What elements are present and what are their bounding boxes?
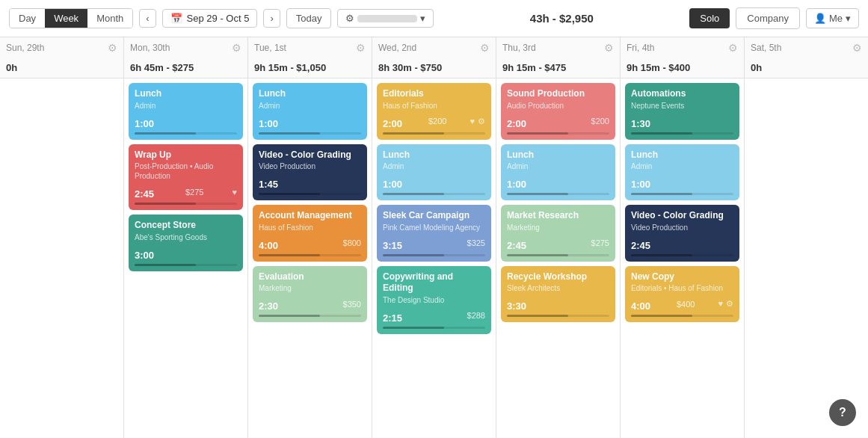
event-card-2-3[interactable]: EvaluationMarketing2:30$350 [253, 266, 367, 323]
event-amount-2-2: $800 [343, 238, 361, 247]
event-card-2-1[interactable]: Video - Color GradingVideo Production1:4… [253, 144, 367, 201]
event-scrollbar-thumb-4-1 [507, 193, 568, 195]
event-scrollbar-3-2 [383, 254, 485, 256]
day-header-top-2: Tue, 1st⚙ [254, 42, 366, 54]
event-footer-4-1: 1:00 [507, 174, 609, 190]
event-subtitle-2-1: Video Production [259, 161, 361, 171]
event-title-1-1: Wrap Up [135, 149, 237, 161]
filter-button[interactable]: ⚙ ▾ [337, 9, 434, 28]
day-name-3: Wed, 2nd [378, 43, 416, 53]
next-nav-button[interactable]: › [263, 9, 280, 28]
event-card-4-0[interactable]: Sound ProductionAudio Production2:00$200 [501, 83, 615, 140]
company-button[interactable]: Company [736, 7, 800, 29]
event-title-2-0: Lunch [259, 88, 361, 100]
event-scrollbar-4-3 [507, 315, 609, 317]
event-time-1-1: 2:45 [135, 188, 154, 200]
event-scrollbar-3-1 [383, 193, 485, 195]
event-footer-4-0: 2:00$200 [507, 114, 609, 129]
week-view-button[interactable]: Week [45, 9, 87, 28]
event-scrollbar-5-3 [631, 315, 733, 317]
day-events-3: EditorialsHaus of Fashion2:00$200♥⚙Lunch… [372, 78, 496, 438]
event-scrollbar-1-0 [135, 132, 237, 135]
event-time-5-0: 1:30 [631, 118, 650, 129]
event-card-5-3[interactable]: New CopyEditorials • Haus of Fashion4:00… [625, 266, 739, 323]
event-subtitle-5-0: Neptune Events [631, 101, 733, 111]
day-name-1: Mon, 30th [130, 43, 170, 53]
day-settings-icon-5[interactable]: ⚙ [728, 42, 738, 54]
day-settings-icon-0[interactable]: ⚙ [108, 42, 117, 54]
event-card-5-1[interactable]: LunchAdmin1:00 [625, 144, 739, 201]
event-footer-5-1: 1:00 [631, 174, 733, 190]
event-card-2-0[interactable]: LunchAdmin1:00 [253, 83, 367, 140]
event-card-5-0[interactable]: AutomationsNeptune Events1:30 [625, 83, 739, 140]
day-col-6: Sat, 5th⚙0h [745, 37, 868, 438]
event-footer-3-1: 1:00 [383, 174, 485, 190]
today-button[interactable]: Today [286, 8, 332, 28]
event-title-3-2: Sleek Car Campaign [383, 210, 485, 222]
event-card-1-0[interactable]: LunchAdmin1:00 [129, 83, 243, 140]
event-time-3-3: 2:15 [383, 312, 402, 324]
event-scrollbar-2-1 [259, 193, 361, 195]
day-settings-icon-4[interactable]: ⚙ [604, 42, 614, 54]
event-scrollbar-5-2 [631, 254, 733, 256]
event-time-4-3: 3:30 [507, 300, 526, 312]
event-scrollbar-4-0 [507, 132, 609, 135]
event-scrollbar-thumb-2-3 [259, 315, 320, 317]
event-title-5-0: Automations [631, 88, 733, 100]
month-view-button[interactable]: Month [87, 9, 132, 28]
event-card-4-2[interactable]: Market ResearchMarketing2:45$275 [501, 205, 615, 262]
me-label: Me [829, 13, 843, 24]
event-card-3-2[interactable]: Sleek Car CampaignPink Camel Modeling Ag… [377, 205, 491, 262]
event-scrollbar-thumb-4-2 [507, 254, 568, 256]
event-amount-2-3: $350 [343, 300, 361, 309]
filter-arrow-icon: ▾ [420, 13, 425, 24]
event-subtitle-5-1: Admin [631, 161, 733, 171]
event-card-1-2[interactable]: Concept StoreAbe's Sporting Goods3:00 [129, 215, 243, 271]
event-card-3-3[interactable]: Copywriting and EditingThe Design Studio… [377, 266, 491, 334]
help-button[interactable]: ? [829, 399, 856, 426]
day-header-0: Sun, 29th⚙0h [0, 37, 123, 78]
event-amount-1-1: $275 [185, 188, 203, 197]
event-scrollbar-thumb-5-3 [631, 315, 692, 317]
day-settings-icon-6[interactable]: ⚙ [852, 42, 862, 54]
event-scrollbar-2-3 [259, 315, 361, 317]
event-card-2-2[interactable]: Account ManagementHaus of Fashion4:00$80… [253, 205, 367, 262]
event-card-3-0[interactable]: EditorialsHaus of Fashion2:00$200♥⚙ [377, 83, 491, 140]
event-subtitle-2-3: Marketing [259, 283, 361, 293]
event-title-3-3: Copywriting and Editing [383, 271, 485, 294]
event-subtitle-5-2: Video Production [631, 223, 733, 232]
prev-nav-button[interactable]: ‹ [139, 9, 156, 28]
day-settings-icon-1[interactable]: ⚙ [232, 42, 241, 54]
event-footer-1-1: 2:45$275♥ [135, 184, 237, 200]
solo-button[interactable]: Solo [689, 8, 730, 28]
header: Day Week Month ‹ 📅 Sep 29 - Oct 5 › Toda… [0, 0, 868, 37]
day-col-2: Tue, 1st⚙9h 15m - $1,050LunchAdmin1:00Vi… [248, 37, 372, 438]
event-card-1-1[interactable]: Wrap UpPost-Production • Audio Productio… [129, 144, 243, 211]
event-title-3-1: Lunch [383, 149, 485, 161]
event-subtitle-4-1: Admin [507, 161, 609, 171]
day-name-2: Tue, 1st [254, 43, 286, 53]
event-amount-4-0: $200 [591, 117, 609, 126]
event-card-3-1[interactable]: LunchAdmin1:00 [377, 144, 491, 201]
event-card-4-3[interactable]: Recycle WorkshopSleek Architects3:30 [501, 266, 615, 323]
event-time-2-0: 1:00 [259, 118, 278, 129]
event-card-4-1[interactable]: LunchAdmin1:00 [501, 144, 615, 201]
me-button[interactable]: 👤 Me ▾ [806, 8, 859, 28]
day-view-button[interactable]: Day [10, 9, 45, 28]
event-scrollbar-thumb-4-3 [507, 315, 568, 317]
event-title-4-2: Market Research [507, 210, 609, 222]
event-scrollbar-thumb-3-1 [383, 193, 444, 195]
event-card-5-2[interactable]: Video - Color GradingVideo Production2:4… [625, 205, 739, 262]
event-scrollbar-1-2 [135, 264, 237, 266]
day-name-6: Sat, 5th [751, 43, 781, 53]
event-footer-1-2: 3:00 [135, 245, 237, 261]
event-footer-5-0: 1:30 [631, 114, 733, 129]
event-icons-3-0: ♥⚙ [470, 117, 485, 126]
day-settings-icon-2[interactable]: ⚙ [356, 42, 366, 54]
event-icon-5-3-0: ♥ [718, 299, 723, 309]
event-scrollbar-thumb-3-0 [383, 132, 444, 135]
day-settings-icon-3[interactable]: ⚙ [480, 42, 490, 54]
day-events-2: LunchAdmin1:00Video - Color GradingVideo… [248, 78, 372, 438]
day-events-6 [745, 78, 868, 438]
event-title-4-3: Recycle Workshop [507, 271, 609, 283]
